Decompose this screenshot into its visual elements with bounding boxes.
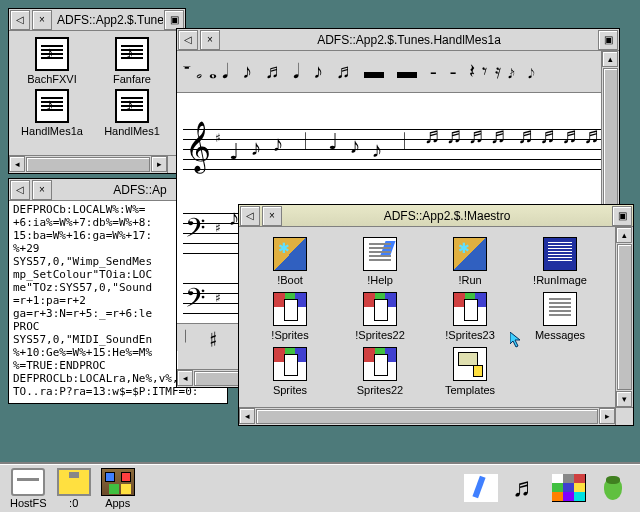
file-label: HandlMes1a — [13, 125, 91, 137]
close-icon[interactable]: × — [262, 206, 282, 226]
close-icon[interactable]: × — [32, 180, 52, 200]
scroll-left-icon[interactable]: ◂ — [239, 408, 255, 424]
resize-handle[interactable] — [615, 407, 633, 425]
toggle-size-icon[interactable]: ▣ — [164, 10, 184, 30]
scroll-right-icon[interactable]: ▸ — [151, 156, 167, 172]
file-item-help[interactable]: !Help — [335, 237, 425, 286]
window-title: ADFS::App2.$.!Maestro — [283, 209, 611, 223]
file-label: !Help — [335, 274, 425, 286]
file-item-sprites22[interactable]: Sprites22 — [335, 347, 425, 396]
file-item-sprites22[interactable]: !Sprites22 — [335, 292, 425, 341]
file-label: !Sprites22 — [335, 329, 425, 341]
sprites-icon — [363, 292, 397, 326]
file-item-sprites23[interactable]: !Sprites23 — [425, 292, 515, 341]
scroll-right-icon[interactable]: ▸ — [599, 408, 615, 424]
music-file-icon — [35, 89, 69, 123]
file-label: BachFXVI — [13, 73, 91, 85]
music-icon — [508, 474, 542, 502]
scroll-up-icon[interactable]: ▴ — [602, 51, 618, 67]
close-icon[interactable]: × — [32, 10, 52, 30]
iconbar-:0[interactable]: :0 — [57, 468, 91, 509]
sprites-icon — [363, 347, 397, 381]
bass-clef-icon: 𝄢 — [185, 283, 206, 320]
file-label: Sprites — [245, 384, 335, 396]
staff-1-notes: ♩♪♪ 𝄀 ♩♪♪ 𝄀 ♬♬♬♬ ♬♬♬♬ — [223, 129, 603, 169]
titlebar[interactable]: ◁ × ADFS::App2.$.Tunes ▣ — [9, 9, 185, 31]
iconbar-HostFS[interactable]: HostFS — [10, 468, 47, 509]
back-icon[interactable]: ◁ — [10, 10, 30, 30]
sprites-icon — [273, 347, 307, 381]
run-icon — [453, 237, 487, 271]
file-label: Messages — [515, 329, 605, 341]
treble-clef-icon: 𝄞 — [185, 121, 211, 172]
file-item-sprites[interactable]: !Sprites — [245, 292, 335, 341]
help-icon — [363, 237, 397, 271]
file-label: Templates — [425, 384, 515, 396]
file-label: !Sprites23 — [425, 329, 515, 341]
tmpl-icon — [453, 347, 487, 381]
file-item-bachfxvi[interactable]: BachFXVI — [13, 37, 91, 85]
bass-clef-icon: 𝄢 — [185, 213, 206, 250]
file-item-messages[interactable]: Messages — [515, 292, 605, 341]
file-label: !Sprites — [245, 329, 335, 341]
file-label: Sprites22 — [335, 384, 425, 396]
iconbar-pencil[interactable] — [464, 474, 498, 503]
scrollbar-h[interactable]: ◂ ▸ — [239, 407, 615, 425]
file-item-templates[interactable]: Templates — [425, 347, 515, 396]
iconbar-acorn[interactable] — [596, 474, 630, 503]
file-label: !Run — [425, 274, 515, 286]
toggle-size-icon[interactable]: ▣ — [598, 30, 618, 50]
palette-icon — [552, 474, 586, 502]
iconbar-label: :0 — [57, 497, 91, 509]
runimg-icon — [543, 237, 577, 271]
file-item-handlmes1a[interactable]: HandlMes1a — [13, 89, 91, 137]
file-item-boot[interactable]: !Boot — [245, 237, 335, 286]
file-label: HandlMes1 — [93, 125, 171, 137]
disc-icon — [11, 468, 45, 496]
window-title: ADFS::App2.$.Tunes — [53, 13, 163, 27]
scroll-thumb[interactable] — [26, 157, 150, 172]
scrollbar-h[interactable]: ◂ ▸ — [9, 155, 167, 173]
scroll-left-icon[interactable]: ◂ — [177, 370, 193, 386]
iconbar-music[interactable] — [508, 474, 542, 503]
sprites-icon — [273, 292, 307, 326]
iconbar-label: Apps — [101, 497, 135, 509]
file-item-fanfare[interactable]: Fanfare — [93, 37, 171, 85]
back-icon[interactable]: ◁ — [240, 206, 260, 226]
scroll-down-icon[interactable]: ▾ — [616, 391, 632, 407]
close-icon[interactable]: × — [200, 30, 220, 50]
toggle-size-icon[interactable]: ▣ — [612, 206, 632, 226]
note-palette[interactable]: 𝄻 𝅗 𝅝 ♩ ♪ ♬ ♩ ♪ ♬ ▬ ▬ - - 𝄽 𝄾 𝄿 𝆔 𝆕 — [177, 51, 619, 93]
iconbar-Apps[interactable]: Apps — [101, 468, 135, 509]
acorn-icon — [596, 474, 630, 502]
floppy-icon — [57, 468, 91, 496]
file-label: Fanfare — [93, 73, 171, 85]
music-file-icon — [115, 89, 149, 123]
file-label: !RunImage — [515, 274, 605, 286]
scroll-thumb[interactable] — [256, 409, 598, 424]
scroll-up-icon[interactable]: ▴ — [616, 227, 632, 243]
music-file-icon — [115, 37, 149, 71]
back-icon[interactable]: ◁ — [178, 30, 198, 50]
scrollbar-v[interactable]: ▴ ▾ — [615, 227, 633, 407]
iconbar[interactable]: HostFS:0Apps — [0, 462, 640, 512]
file-item-runimage[interactable]: !RunImage — [515, 237, 605, 286]
pencil-icon — [464, 474, 498, 502]
msg-icon — [543, 292, 577, 326]
file-label: !Boot — [245, 274, 335, 286]
scroll-left-icon[interactable]: ◂ — [9, 156, 25, 172]
window-maestro-filer[interactable]: ◁ × ADFS::App2.$.!Maestro ▣ !Boot!Help!R… — [238, 204, 634, 426]
apps-icon — [101, 468, 135, 496]
music-file-icon — [35, 37, 69, 71]
file-item-handlmes1[interactable]: HandlMes1 — [93, 89, 171, 137]
iconbar-palette[interactable] — [552, 474, 586, 503]
window-title: ADFS::App2.$.Tunes.HandlMes1a — [221, 33, 597, 47]
file-item-run[interactable]: !Run — [425, 237, 515, 286]
scroll-thumb[interactable] — [617, 244, 632, 390]
file-item-sprites[interactable]: Sprites — [245, 347, 335, 396]
window-tunes-filer[interactable]: ◁ × ADFS::App2.$.Tunes ▣ BachFXVIFanfare… — [8, 8, 186, 174]
titlebar[interactable]: ◁ × ADFS::App2.$.!Maestro ▣ — [239, 205, 633, 227]
run-icon — [273, 237, 307, 271]
titlebar[interactable]: ◁ × ADFS::App2.$.Tunes.HandlMes1a ▣ — [177, 29, 619, 51]
back-icon[interactable]: ◁ — [10, 180, 30, 200]
